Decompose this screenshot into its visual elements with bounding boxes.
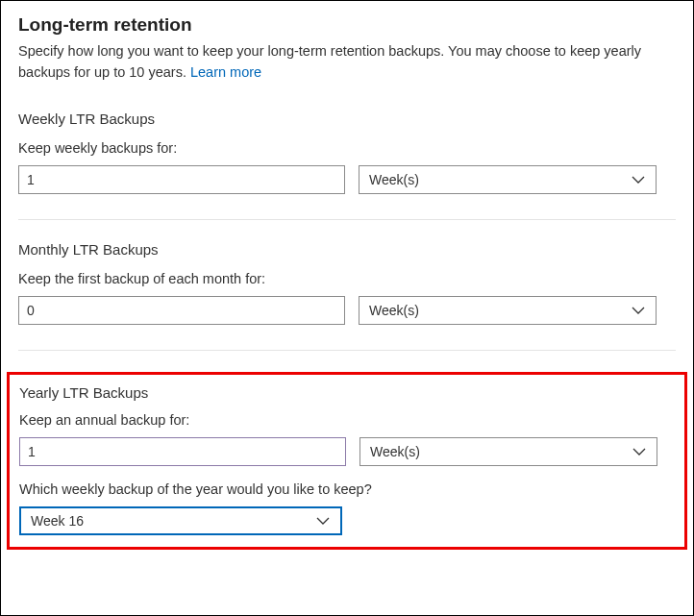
learn-more-link[interactable]: Learn more: [190, 64, 261, 80]
weekly-value-text: 1: [27, 172, 35, 187]
monthly-unit-select[interactable]: Week(s): [359, 296, 657, 325]
monthly-value-input[interactable]: 0: [18, 296, 345, 325]
weekly-heading: Weekly LTR Backups: [18, 111, 676, 127]
yearly-label: Keep an annual backup for:: [19, 412, 675, 428]
monthly-unit-text: Week(s): [369, 303, 419, 318]
divider: [18, 350, 676, 351]
weekly-unit-text: Week(s): [369, 172, 419, 187]
chevron-down-icon: [631, 303, 646, 318]
weekly-label: Keep weekly backups for:: [18, 140, 676, 156]
monthly-label: Keep the first backup of each month for:: [18, 271, 676, 286]
yearly-week-label: Which weekly backup of the year would yo…: [19, 481, 675, 497]
description-text: Specify how long you want to keep your l…: [18, 43, 641, 80]
yearly-week-select[interactable]: Week 16: [19, 506, 342, 535]
weekly-unit-select[interactable]: Week(s): [359, 165, 657, 194]
monthly-value-text: 0: [27, 303, 35, 318]
yearly-unit-text: Week(s): [370, 444, 420, 459]
ltr-panel: Long-term retention Specify how long you…: [0, 0, 694, 616]
weekly-value-input[interactable]: 1: [18, 165, 345, 194]
chevron-down-icon: [632, 444, 647, 459]
divider: [18, 219, 676, 220]
chevron-down-icon: [631, 172, 646, 187]
panel-title: Long-term retention: [18, 14, 676, 36]
monthly-heading: Monthly LTR Backups: [18, 241, 676, 258]
panel-description: Specify how long you want to keep your l…: [18, 41, 676, 84]
chevron-down-icon: [315, 513, 331, 529]
yearly-unit-select[interactable]: Week(s): [359, 437, 657, 466]
yearly-value-text: 1: [28, 444, 36, 459]
yearly-week-text: Week 16: [31, 513, 84, 529]
yearly-section-highlight: Yearly LTR Backups Keep an annual backup…: [7, 372, 687, 550]
yearly-value-input[interactable]: 1: [19, 437, 346, 466]
yearly-heading: Yearly LTR Backups: [19, 384, 675, 401]
